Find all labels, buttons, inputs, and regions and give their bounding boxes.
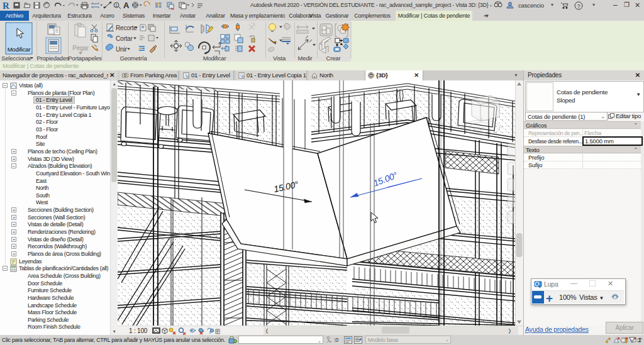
svg-text:Vista: Vista: [273, 55, 286, 62]
svg-text:Modificar: Modificar: [203, 55, 226, 62]
svg-text:SO: SO: [477, 126, 484, 131]
svg-text:A: A: [123, 1, 130, 10]
svg-text:Unir: Unir: [116, 46, 127, 53]
svg-text:Modificar: Modificar: [8, 46, 31, 53]
svg-text:Recorte: Recorte: [116, 25, 137, 31]
svg-text:Pegar: Pegar: [72, 45, 89, 52]
svg-text:?: ?: [577, 3, 580, 9]
svg-text:Propiedades: Propiedades: [36, 55, 69, 62]
svg-text:R: R: [3, 1, 9, 11]
svg-text:Cortar: Cortar: [116, 35, 133, 42]
svg-text:Medir: Medir: [298, 55, 313, 62]
svg-text:Seleccionar: Seleccionar: [1, 55, 31, 62]
svg-text:1: 1: [115, 3, 118, 8]
svg-text:Portapapeles: Portapapeles: [68, 55, 102, 62]
svg-text:Geometría: Geometría: [119, 55, 147, 62]
svg-text:Crear: Crear: [326, 55, 341, 62]
